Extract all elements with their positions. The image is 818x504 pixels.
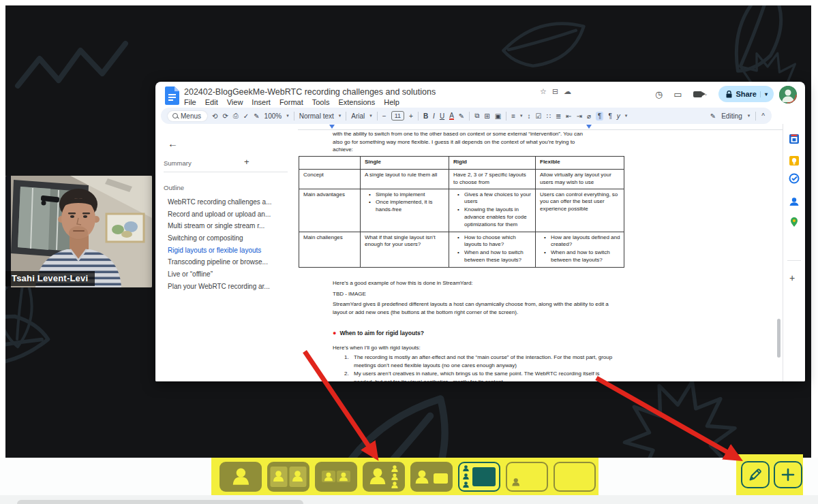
table-cell: Users can control everything, so you can…: [536, 189, 624, 232]
menu-help[interactable]: Help: [384, 98, 399, 106]
decrease-indent-button[interactable]: ⇤: [566, 112, 571, 120]
menu-format[interactable]: Format: [279, 98, 303, 106]
text-color-button[interactable]: A: [449, 112, 454, 120]
participant-name-tag: Tsahi Levent-Levi: [5, 271, 95, 286]
edit-layout-button[interactable]: [741, 461, 770, 488]
menu-tools[interactable]: Tools: [312, 98, 330, 106]
insert-image-button[interactable]: ▣: [495, 112, 501, 120]
layout-button-grid[interactable]: [315, 462, 357, 492]
underline-button[interactable]: U: [440, 112, 444, 120]
outline-item[interactable]: Record and upload or upload an...: [168, 208, 293, 221]
menu-file[interactable]: File: [184, 98, 196, 106]
document-title[interactable]: 202402-BlogGeekMe-WebRTC recording chall…: [184, 87, 436, 97]
table-cell: What if that single layout isn’t enough …: [361, 232, 449, 267]
participant-video-tile[interactable]: Tsahi Levent-Levi: [5, 176, 152, 287]
version-history-icon[interactable]: ◷: [655, 89, 663, 99]
comments-icon[interactable]: ▭: [673, 89, 682, 99]
meet-call-button[interactable]: ⌄: [693, 91, 708, 97]
redo-button[interactable]: ⟳: [222, 112, 228, 120]
table-cell: How to choose which layouts to have? Whe…: [449, 232, 536, 267]
font-size-field[interactable]: 11: [391, 111, 404, 121]
tasks-icon[interactable]: [789, 173, 800, 184]
title-action-icons[interactable]: ☆⊟☁: [540, 87, 577, 96]
close-outline-icon[interactable]: ←: [168, 138, 178, 149]
ltr-direction-button[interactable]: ¶: [596, 112, 603, 121]
menu-view[interactable]: View: [227, 98, 243, 106]
styles-select[interactable]: Normal text: [299, 112, 334, 120]
line-spacing-button[interactable]: ↕: [528, 112, 531, 120]
toolbar-separator: [294, 112, 294, 121]
outline-item[interactable]: Live or “offline”: [168, 268, 293, 281]
increase-font-button[interactable]: +: [409, 112, 413, 120]
add-layout-button[interactable]: [774, 461, 802, 488]
bullet-item: How are layouts defined and created?: [540, 234, 620, 249]
hide-menus-button[interactable]: ^: [761, 112, 765, 120]
get-addons-button[interactable]: +: [789, 272, 795, 283]
rtl-direction-button[interactable]: ¶: [608, 112, 611, 120]
align-button[interactable]: ≡: [511, 112, 515, 120]
contacts-icon[interactable]: [789, 196, 800, 207]
table-header-blank: [299, 157, 361, 170]
bulleted-list-button[interactable]: ∷: [547, 112, 551, 120]
layout-button-two-up[interactable]: [267, 462, 309, 492]
lock-icon: [726, 91, 732, 98]
move-folder-icon[interactable]: ⊟: [552, 87, 564, 95]
decrease-font-button[interactable]: −: [382, 112, 387, 120]
layout-button-full-screen[interactable]: [554, 462, 596, 492]
indent-marker-right-icon[interactable]: [586, 125, 592, 129]
paint-format-button[interactable]: ✎: [254, 112, 259, 120]
pen-tool-button[interactable]: y: [617, 112, 620, 120]
outline-item[interactable]: Multi stream or single stream r...: [168, 220, 293, 232]
bullet-item: When and how to switch between these lay…: [453, 249, 532, 264]
share-button[interactable]: Share ▾: [718, 86, 774, 102]
table-row-label: Main challenges: [299, 232, 361, 267]
keep-notes-icon[interactable]: [789, 155, 800, 166]
scrollbar-thumb[interactable]: [777, 319, 781, 358]
outline-item[interactable]: Plan your WebRTC recording ar...: [168, 281, 293, 293]
font-select[interactable]: Arial: [351, 112, 365, 120]
menu-edit[interactable]: Edit: [205, 98, 218, 106]
layout-button-spotlight-strip[interactable]: [363, 462, 405, 492]
checklist-button[interactable]: ☑: [536, 112, 542, 120]
italic-button[interactable]: I: [433, 112, 435, 120]
header-right-actions: ◷ ▭ ⌄ Share ▾: [655, 86, 774, 102]
spellcheck-button[interactable]: ✓: [243, 112, 249, 120]
menus-search-button[interactable]: Menus: [168, 111, 207, 121]
add-summary-button[interactable]: +: [244, 157, 249, 167]
layout-button-picture-in-picture[interactable]: [506, 462, 548, 492]
outline-item[interactable]: WebRTC recording challenges a...: [168, 196, 293, 208]
maps-icon[interactable]: [789, 217, 800, 227]
outline-item-active[interactable]: –Rigid layouts or flexible layouts: [168, 245, 293, 257]
account-avatar[interactable]: [779, 86, 797, 104]
menu-insert[interactable]: Insert: [252, 98, 271, 106]
menu-extensions[interactable]: Extensions: [338, 98, 375, 106]
highlight-color-button[interactable]: ✎: [459, 112, 464, 120]
zoom-select[interactable]: 100%: [264, 112, 282, 120]
outline-item[interactable]: Transcoding pipeline or browse...: [168, 256, 293, 268]
insert-link-button[interactable]: ⧉: [474, 112, 479, 120]
outline-item[interactable]: Switching or compositing: [168, 232, 293, 245]
clear-formatting-button[interactable]: ⌀: [587, 112, 591, 120]
layout-button-content-left-selected[interactable]: [458, 462, 500, 492]
layout-button-solo[interactable]: [219, 462, 262, 492]
add-comment-button[interactable]: ⊞: [484, 112, 489, 120]
toolbar-separator: [755, 112, 756, 121]
print-button[interactable]: ⎙: [233, 112, 239, 120]
table-cell: Have 2, 3 or 7 specific layouts to choos…: [449, 170, 536, 189]
bold-button[interactable]: B: [423, 112, 428, 120]
layout-button-screen-share[interactable]: [410, 462, 453, 492]
increase-indent-button[interactable]: ⇥: [577, 112, 582, 120]
indent-marker-left-icon[interactable]: [329, 125, 335, 129]
table-row-label: Main advantages: [299, 189, 361, 232]
bullet-item: When and how to switch between the layou…: [540, 249, 620, 264]
document-canvas[interactable]: with the ability to switch from one to t…: [298, 124, 783, 381]
numbered-list-button[interactable]: ≣: [556, 112, 561, 120]
calendar-icon[interactable]: [789, 133, 800, 144]
layouts-toolbar-highlight: [211, 458, 599, 495]
share-dropdown-icon[interactable]: ▾: [760, 91, 768, 97]
outline-heading: Outline: [164, 184, 184, 191]
undo-button[interactable]: ⟲: [212, 112, 217, 120]
list-item: The recording is mostly an after-effect …: [344, 353, 620, 369]
star-icon[interactable]: ☆: [540, 87, 552, 95]
editing-mode-select[interactable]: Editing: [721, 112, 742, 120]
